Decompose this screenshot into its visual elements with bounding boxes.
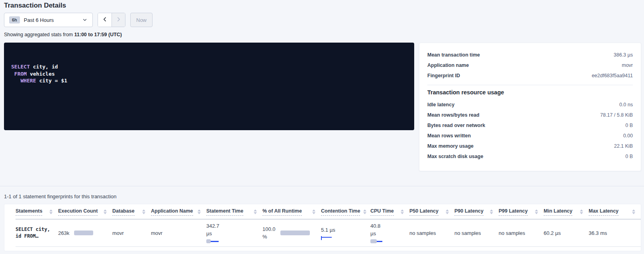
sql-statement-box: SELECT city, id FROM vehicles WHERE city… <box>4 43 414 130</box>
cell-p99-latency: no samples <box>499 230 544 236</box>
sort-icon[interactable] <box>254 209 257 214</box>
sql-line: FROM vehicles <box>11 70 407 78</box>
cell-p90-latency: no samples <box>454 230 499 236</box>
aggregation-range-value: 11:00 to 17:59 (UTC) <box>74 32 122 37</box>
chevron-down-icon <box>82 17 88 23</box>
summary-row: Fingerprint IDee2df683f5aa9411 <box>427 70 633 81</box>
column-header-p99-latency[interactable]: P99 Latency <box>499 208 544 219</box>
sort-icon[interactable] <box>446 209 449 214</box>
contention-time-bar <box>321 236 362 240</box>
execution-count-bar <box>74 231 93 235</box>
summary-row: Bytes read over network0 B <box>427 120 633 131</box>
summary-row-value: movr <box>622 62 633 69</box>
time-pager <box>98 13 125 27</box>
table-header-row: StatementsExecution CountDatabaseApplica… <box>16 204 641 219</box>
column-header-statement-time[interactable]: Statement Time <box>206 208 262 219</box>
summary-row-label: Mean rows written <box>427 133 471 139</box>
cpu-time-value: 40.8 <box>370 222 401 230</box>
section-divider <box>0 186 644 186</box>
column-header-label: Execution Count <box>58 208 98 216</box>
summary-row-label: Max scratch disk usage <box>427 153 483 160</box>
summary-row-value: ee2df683f5aa9411 <box>592 72 633 79</box>
column-header-application-name[interactable]: Application Name <box>151 208 206 219</box>
summary-row-label: Mean transaction time <box>427 52 480 59</box>
statements-table: StatementsExecution CountDatabaseApplica… <box>4 204 641 251</box>
chevron-left-icon <box>102 17 108 23</box>
cell-statement[interactable]: SELECT city, id FROM… <box>16 226 58 240</box>
table-row: SELECT city, id FROM… 263k movr movr 342… <box>16 219 641 247</box>
column-header-statements[interactable]: Statements <box>16 208 58 219</box>
column-header-execution-count[interactable]: Execution Count <box>58 208 112 219</box>
column-header-label: Database <box>112 208 135 216</box>
cell-pct-runtime: 100.0 % <box>262 225 321 240</box>
summary-row: Max memory usage22.1 KiB <box>427 141 633 151</box>
sort-icon[interactable] <box>49 209 53 214</box>
summary-row-value: 0 B <box>625 122 633 129</box>
sql-line: WHERE city = $1 <box>11 77 407 84</box>
sort-icon[interactable] <box>142 209 145 214</box>
aggregation-range-prefix: Showing aggregated stats from <box>4 32 74 37</box>
summary-row: Max scratch disk usage0 B <box>427 151 633 162</box>
statement-time-value: 342.7 <box>206 222 254 230</box>
sort-icon[interactable] <box>198 209 201 214</box>
summary-row: Mean transaction time386.3 µs <box>427 50 633 60</box>
column-header-label: Max Latency <box>589 208 619 216</box>
transaction-details-page: Transaction Details 6h Past 6 Hours Now … <box>0 0 644 254</box>
summary-resource-rows: Idle latency0.0 nsMean rows/bytes read78… <box>427 100 633 162</box>
column-header-label: % of All Runtime <box>262 208 302 216</box>
sort-icon[interactable] <box>104 209 107 214</box>
summary-row-label: Application name <box>427 62 469 69</box>
sql-keyword: FROM <box>14 71 27 77</box>
statement-time-unit: µs <box>206 230 254 237</box>
cell-max-latency: 36.3 ms <box>589 230 641 236</box>
cell-cpu-time: 40.8 µs <box>370 222 409 244</box>
cpu-time-unit: µs <box>370 230 401 237</box>
sql-code: SELECT city, id FROM vehicles WHERE city… <box>11 63 407 84</box>
summary-row-value: 0.00 <box>623 133 633 139</box>
cell-application-name: movr <box>151 230 206 236</box>
summary-row-value: 78.17 / 5.8 KiB <box>600 112 633 119</box>
sort-icon[interactable] <box>535 209 538 214</box>
sort-icon[interactable] <box>632 209 635 214</box>
sql-text: vehicles <box>27 71 55 77</box>
pct-runtime-bar <box>280 231 310 235</box>
cell-execution-count: 263k <box>58 230 112 236</box>
column-header-min-latency[interactable]: Min Latency <box>544 208 589 219</box>
column-header-p90-latency[interactable]: P90 Latency <box>454 208 499 219</box>
column-header-contention-time[interactable]: Contention Time <box>321 208 370 219</box>
column-header-max-latency[interactable]: Max Latency <box>589 208 641 219</box>
sort-icon[interactable] <box>312 209 315 214</box>
summary-row: Idle latency0.0 ns <box>427 100 633 110</box>
pct-runtime-value: 100.0 <box>262 225 276 233</box>
summary-row-label: Fingerprint ID <box>427 72 460 79</box>
column-header-label: P90 Latency <box>454 208 483 216</box>
contention-time-value: 5.1 µs <box>321 226 362 234</box>
summary-row: Mean rows written0.00 <box>427 131 633 141</box>
execution-count-value: 263k <box>58 230 69 236</box>
sql-text <box>11 71 14 77</box>
column-header-label: P99 Latency <box>499 208 528 216</box>
summary-row: Mean rows/bytes read78.17 / 5.8 KiB <box>427 110 633 120</box>
column-header-label: Min Latency <box>544 208 572 216</box>
time-range-select[interactable]: 6h Past 6 Hours <box>4 13 93 27</box>
next-time-button[interactable] <box>112 13 125 27</box>
resource-usage-heading: Transaction resource usage <box>427 89 633 96</box>
column-header-label: Statements <box>16 208 42 216</box>
summary-row-label: Mean rows/bytes read <box>427 112 480 119</box>
sort-icon[interactable] <box>490 209 493 214</box>
column-header-label: Contention Time <box>321 208 360 216</box>
now-button[interactable]: Now <box>130 13 153 27</box>
column-header-database[interactable]: Database <box>112 208 151 219</box>
prev-time-button[interactable] <box>98 13 112 27</box>
column-header--of-all-runtime[interactable]: % of All Runtime <box>262 208 321 219</box>
column-header-p50-latency[interactable]: P50 Latency <box>409 208 454 219</box>
summary-row-value: 0 B <box>625 153 633 160</box>
summary-row-value: 0.0 ns <box>619 102 633 108</box>
sort-icon[interactable] <box>401 209 404 214</box>
column-header-cpu-time[interactable]: CPU Time <box>370 208 409 219</box>
contention-bar-line <box>321 237 332 238</box>
sort-icon[interactable] <box>580 209 583 214</box>
summary-row-value: 386.3 µs <box>614 52 633 59</box>
sort-icon[interactable] <box>363 209 366 214</box>
sql-text <box>11 78 20 84</box>
